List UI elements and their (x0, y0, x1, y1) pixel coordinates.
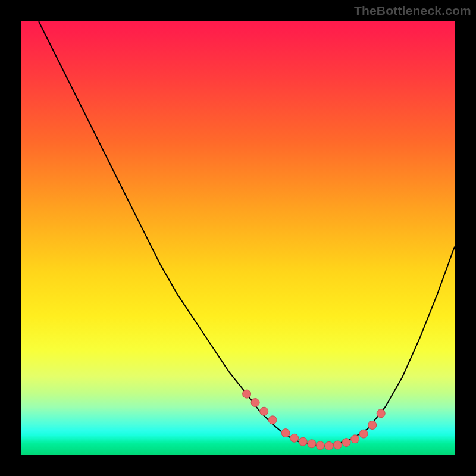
highlight-marker (368, 421, 377, 430)
watermark-text: TheBottleneck.com (354, 4, 471, 18)
highlight-marker (268, 416, 277, 424)
highlight-marker (377, 409, 385, 418)
chart-frame (21, 21, 455, 455)
highlight-marker (333, 441, 342, 449)
bottleneck-curve (39, 21, 455, 446)
highlight-marker (351, 435, 359, 443)
highlight-marker (260, 407, 268, 415)
highlight-marker (342, 439, 350, 447)
chart-svg (21, 21, 455, 455)
highlight-markers (243, 390, 386, 450)
highlight-marker (281, 429, 290, 437)
highlight-marker (308, 440, 316, 448)
highlight-marker (325, 441, 333, 450)
highlight-marker (290, 434, 299, 442)
highlight-marker (251, 399, 259, 407)
highlight-marker (359, 430, 368, 438)
highlight-marker (299, 437, 307, 446)
highlight-marker (316, 441, 324, 450)
highlight-marker (243, 390, 251, 398)
